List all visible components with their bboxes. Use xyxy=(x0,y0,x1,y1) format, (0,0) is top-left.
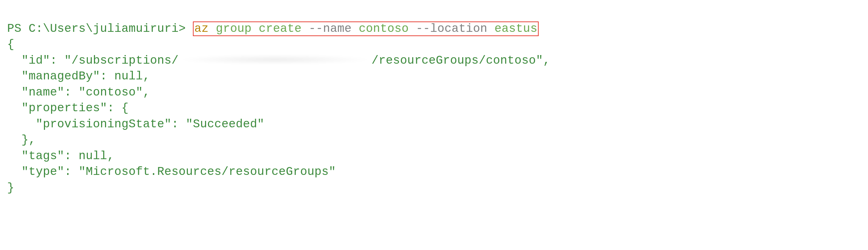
terminal-output: PS C:\Users\juliamuiruri> az group creat… xyxy=(0,0,868,201)
json-line: }, xyxy=(7,133,36,147)
highlighted-command: az group create --name contoso --locatio… xyxy=(193,21,539,36)
json-line: { xyxy=(7,38,14,51)
json-line: "provisioningState": "Succeeded" xyxy=(7,118,264,131)
json-id-line: "id": "/subscriptions//resourceGroups/co… xyxy=(7,54,550,67)
json-line: } xyxy=(7,181,14,195)
shell-prompt: PS C:\Users\juliamuiruri> xyxy=(7,22,186,35)
json-id-tail: /resourceGroups/contoso", xyxy=(371,54,550,67)
cmd-arg-name: contoso xyxy=(359,22,409,35)
cmd-flag-name: --name xyxy=(309,22,351,35)
json-line: "name": "contoso", xyxy=(7,86,150,99)
cmd-action: group create xyxy=(216,22,301,35)
redacted-subscription-id xyxy=(179,55,371,64)
json-line: "managedBy": null, xyxy=(7,70,150,83)
json-line: "properties": { xyxy=(7,102,129,115)
cmd-flag-location: --location xyxy=(416,22,487,35)
cmd-base: az xyxy=(194,22,209,35)
json-line: "tags": null, xyxy=(7,149,114,163)
json-line: "type": "Microsoft.Resources/resourceGro… xyxy=(7,165,336,178)
json-id-key: "id": "/subscriptions/ xyxy=(7,54,179,67)
cmd-arg-location: eastus xyxy=(494,22,537,35)
